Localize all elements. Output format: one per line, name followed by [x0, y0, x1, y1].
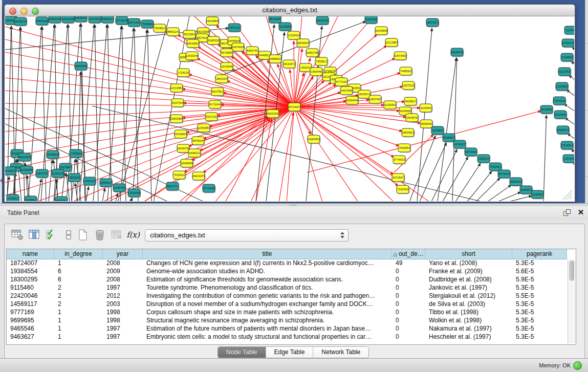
function-builder-icon[interactable]: f(x) — [126, 228, 140, 242]
graph-node-label: 3624574 — [359, 93, 369, 96]
collapse-arrow-icon[interactable] — [0, 179, 2, 183]
tab-network-table[interactable]: Network Table — [313, 347, 368, 358]
memory-ok-indicator-icon — [573, 361, 582, 370]
column-header-in_degree[interactable]: in_degree — [54, 249, 103, 259]
cell-out_de: 0 — [392, 284, 425, 292]
column-header-out_de[interactable]: △ out_de… — [392, 249, 425, 259]
cell-title: Estimation of significance thresholds fo… — [143, 276, 392, 284]
graph-node-label: 19384554 — [308, 138, 320, 141]
graph-node-label: 7334269 — [397, 188, 408, 191]
table-selector-dropdown[interactable]: citations_edges.txt — [145, 229, 349, 242]
table-settings-icon[interactable] — [11, 228, 24, 242]
table-panel-header: Table Panel ✕ — [0, 206, 588, 220]
graph-node-label: 16814574 — [426, 21, 439, 24]
graph-node-label: 12610155 — [62, 17, 74, 20]
table-row[interactable]: 1872400712008Changes of HCN gene express… — [7, 259, 567, 268]
close-panel-icon[interactable]: ✕ — [576, 208, 585, 217]
table-panel-body: f(x) citations_edges.txt namein_degreeye… — [4, 224, 585, 359]
table-row[interactable]: 977716911998Corpus callosum shape and si… — [7, 309, 567, 317]
graph-node-label: 8215958 — [541, 108, 552, 111]
table-header-row: namein_degreeyeartitle△ out_de…shortpage… — [7, 249, 567, 259]
graph-node-label: 13505115 — [68, 176, 80, 179]
table-mode-icon[interactable] — [62, 228, 75, 242]
table-row[interactable]: 1938455462009Genome-wide association stu… — [7, 268, 567, 276]
float-panel-icon[interactable] — [563, 209, 571, 217]
graph-node-label: 20364436 — [346, 99, 358, 102]
table-row[interactable]: 1830029562008Estimation of significance … — [7, 276, 567, 284]
graph-node-label: 15886520 — [269, 57, 281, 60]
cell-title: Structural magnetic resonance image aver… — [143, 317, 392, 325]
graph-node-label: 2935114 — [478, 157, 489, 160]
nodes-layer[interactable]: 1585820524055724206914061890316512610155… — [5, 16, 574, 201]
cell-title: Genome-wide association studies in ADHD. — [143, 268, 392, 276]
show-columns-icon[interactable] — [28, 228, 41, 242]
graph-node-label: 11156859 — [20, 168, 33, 171]
left-panel-divider[interactable] — [0, 0, 2, 203]
cell-pagerank: 5.6E-5 — [512, 268, 567, 276]
cell-pagerank: 5.3E-5 — [512, 333, 567, 341]
cell-year: 2008 — [103, 259, 143, 268]
right-panel-divider[interactable] — [585, 0, 588, 203]
graph-node-label: 19166829 — [175, 133, 187, 136]
graph-node-label: 16961758 — [306, 51, 318, 54]
graph-node-label: 10958107 — [100, 181, 112, 184]
graph-node-label: 9827503 — [197, 36, 207, 39]
table-row[interactable]: 1456911722003Disruption of a novel membe… — [7, 300, 567, 309]
graph-node-label: 18154106 — [316, 19, 329, 22]
cell-year: 1997 — [103, 325, 143, 333]
tab-node-table[interactable]: Node Table — [218, 347, 266, 358]
graph-node-label: 8912954 — [184, 33, 194, 36]
graph-node-label: 7485063 — [400, 70, 411, 73]
graph-node-label: 9025458 — [400, 110, 410, 113]
graph-node-label: 6479197 — [454, 143, 465, 146]
network-canvas[interactable]: 1585820524055724206914061890316512610155… — [5, 16, 574, 201]
graph-node-label: 8813054 — [269, 17, 280, 20]
cell-year: 1997 — [103, 333, 143, 341]
graph-node-label: 12975115 — [402, 84, 415, 87]
new-column-icon[interactable] — [76, 228, 90, 242]
cell-name: 9115460 — [7, 284, 54, 292]
cell-short: Wolkin et al. (1998) — [425, 317, 512, 325]
cell-in_degree: 1 — [54, 333, 103, 341]
table-row[interactable]: 946554611997Estimation of the future num… — [7, 325, 567, 333]
column-header-short[interactable]: short — [425, 249, 512, 259]
graph-node-label: 20691406 — [36, 19, 48, 23]
graph-node-label: 9129966 — [561, 56, 572, 59]
cell-year: 1998 — [103, 317, 143, 325]
delete-column-trash-icon[interactable] — [93, 228, 106, 242]
graph-node-label: 10655257 — [75, 16, 87, 19]
column-header-year[interactable]: year — [103, 249, 143, 259]
cell-short: Dudbridge et al. (2008) — [425, 276, 512, 284]
graph-node-label: 9245653 — [532, 193, 542, 196]
network-window-titlebar[interactable]: citations_edges.txt — [5, 5, 575, 16]
graph-node-label: 16782759 — [113, 186, 125, 189]
table-row[interactable]: 946362711997Embryonic stem cells: a mode… — [7, 333, 567, 341]
graph-node-label: 18107536 — [171, 101, 184, 104]
resize-grip-icon[interactable] — [563, 190, 572, 200]
cell-short: Stergiakouli et al. (2012) — [425, 292, 512, 300]
cell-pagerank: 5.3E-5 — [512, 284, 567, 292]
graph-node-label: 15692071 — [557, 128, 569, 132]
graph-node-label: 17957223 — [83, 180, 96, 183]
cell-title: Embryonic stem cells: a model to study s… — [143, 333, 392, 341]
scrollbar-thumb[interactable] — [569, 260, 574, 281]
select-rows-icon[interactable] — [45, 228, 58, 242]
table-row[interactable]: 911546021997Tourette syndrome. Phenomeno… — [7, 284, 567, 292]
vertical-scrollbar[interactable] — [568, 259, 576, 343]
table-row[interactable]: 969969511998Structural magnetic resonanc… — [7, 317, 567, 325]
cell-year: 2009 — [103, 268, 143, 276]
graph-node-label: 19218596 — [279, 25, 291, 28]
table-row[interactable]: 2242004622012Investigating the contribut… — [7, 292, 567, 300]
selected-edges-layer[interactable] — [5, 16, 541, 201]
tab-edge-table[interactable]: Edge Table — [266, 347, 314, 358]
graph-node-label: 8475685 — [221, 51, 232, 54]
graph-node-label: 6466162 — [102, 17, 113, 20]
cell-year: 2003 — [103, 300, 143, 309]
column-header-pagerank[interactable]: pagerank — [512, 249, 567, 259]
graph-node-label: 15466546 — [228, 39, 240, 42]
column-header-name[interactable]: name — [7, 249, 54, 259]
graph-node-label: 9472547 — [393, 176, 403, 179]
graph-node-label: 13942757 — [36, 172, 48, 175]
column-header-title[interactable]: title — [143, 249, 392, 259]
cell-short: Yano et al. (2008) — [425, 259, 512, 268]
